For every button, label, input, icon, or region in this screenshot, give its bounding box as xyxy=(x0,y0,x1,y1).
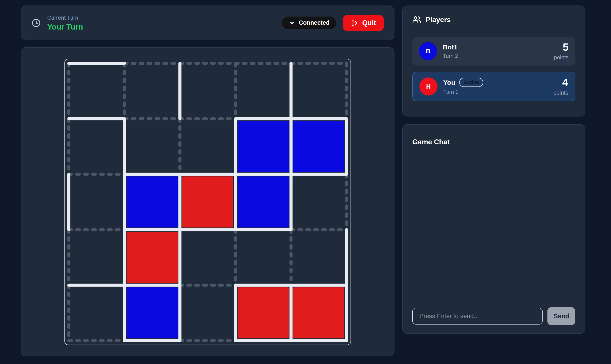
chat-input[interactable] xyxy=(412,308,543,325)
avatar-bot1: B xyxy=(419,42,437,60)
points-value: 4 xyxy=(553,77,568,88)
wifi-icon xyxy=(289,19,296,26)
quit-button[interactable]: Quit xyxy=(343,15,384,31)
box-red-r3c1 xyxy=(126,232,178,283)
current-turn-value: Your Turn xyxy=(47,23,83,31)
avatar-you: H xyxy=(419,78,438,95)
box-blue-r1c4 xyxy=(293,121,344,172)
chat-message-list xyxy=(412,146,575,307)
connection-status-badge: Connected xyxy=(282,16,336,29)
logout-icon xyxy=(351,19,358,27)
box-blue-r1c3 xyxy=(238,121,289,172)
player-points: 4 points xyxy=(553,77,568,96)
send-button[interactable]: Send xyxy=(547,307,575,325)
dots-and-boxes-board[interactable] xyxy=(65,59,351,345)
chat-input-row: Send xyxy=(412,307,575,325)
box-blue-r4c1 xyxy=(126,287,178,338)
active-badge: Active xyxy=(459,78,483,87)
player-row-bot1: B Bot1 Turn 2 5 points xyxy=(412,37,575,65)
avatar-initial: B xyxy=(426,48,430,55)
points-label: points xyxy=(554,54,569,61)
quit-button-label: Quit xyxy=(362,19,376,27)
player-info: Bot1 Turn 2 xyxy=(443,43,458,59)
points-value: 5 xyxy=(554,42,569,52)
turn-status-card: Current Turn Your Turn Connected Quit xyxy=(21,5,395,40)
player-info: You Active Turn 1 xyxy=(443,78,483,95)
board-svg xyxy=(65,59,351,345)
game-board-card xyxy=(21,47,395,356)
player-row-you: H You Active Turn 1 4 points xyxy=(412,72,575,101)
player-points: 5 points xyxy=(554,42,569,61)
player-turn-order: Turn 1 xyxy=(443,89,483,95)
players-panel-title: Players xyxy=(412,15,575,24)
player-name: Bot1 xyxy=(443,43,458,51)
box-red-r4c3 xyxy=(238,287,289,338)
player-name-label: Bot1 xyxy=(443,43,458,51)
connection-status-label: Connected xyxy=(299,19,330,26)
box-red-r4c4 xyxy=(293,287,344,338)
current-turn-label: Current Turn xyxy=(47,14,83,21)
players-panel: Players B Bot1 Turn 2 5 points H xyxy=(402,5,585,117)
player-turn-order: Turn 2 xyxy=(443,53,458,59)
box-blue-r2c1 xyxy=(126,177,178,227)
game-chat-panel: Game Chat Send xyxy=(402,124,585,334)
player-name: You Active xyxy=(443,78,483,87)
chat-title: Game Chat xyxy=(412,138,575,146)
turn-text: Current Turn Your Turn xyxy=(47,14,83,31)
avatar-initial: H xyxy=(426,83,431,90)
box-red-r2c2 xyxy=(182,177,233,227)
box-blue-r2c3 xyxy=(238,177,289,227)
clock-icon xyxy=(31,18,41,28)
users-icon xyxy=(412,15,421,24)
points-label: points xyxy=(553,90,568,96)
player-name-label: You xyxy=(443,79,455,86)
players-title-label: Players xyxy=(425,16,451,24)
